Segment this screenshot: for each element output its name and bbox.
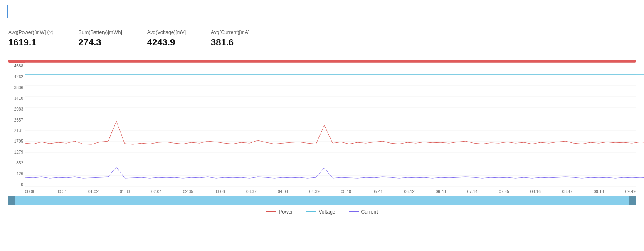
x-axis: 00:0000:3101:0201:3302:0402:3503:0603:37…	[8, 188, 636, 196]
y-tick: 2557	[8, 118, 25, 122]
chart-container: 4688426238363410298325572131170512798524…	[8, 60, 636, 216]
chart-svg	[25, 63, 636, 188]
x-tick: 05:10	[341, 189, 351, 194]
stat-value: 4243.9	[147, 37, 186, 48]
x-tick: 07:14	[467, 189, 478, 194]
y-tick: 4262	[8, 75, 25, 79]
chart-plot-area	[25, 63, 636, 188]
x-tick: 06:43	[436, 189, 446, 194]
page: Avg(Power)[mW]?1619.1Sum(Battery)[mWh]27…	[0, 0, 644, 251]
scrollbar-left-handle[interactable]	[8, 196, 15, 205]
y-tick: 1279	[8, 150, 25, 154]
stat-label: Sum(Battery)[mWh]	[78, 30, 122, 35]
y-tick: 3836	[8, 85, 25, 90]
stat-item: Avg(Current)[mA]381.6	[211, 30, 249, 48]
stat-label: Avg(Power)[mW]?	[8, 30, 53, 35]
power-line	[25, 121, 644, 144]
legend: PowerVoltageCurrent	[8, 206, 636, 216]
x-tick: 05:41	[373, 189, 383, 194]
current-line	[25, 167, 644, 178]
legend-color-line	[306, 211, 316, 212]
scrollbar-track	[15, 196, 629, 205]
x-tick: 04:39	[309, 189, 320, 194]
legend-label: Current	[361, 209, 378, 215]
legend-item: Current	[349, 209, 378, 215]
y-tick: 2131	[8, 128, 25, 133]
stat-item: Avg(Power)[mW]?1619.1	[8, 30, 53, 48]
x-tick: 01:02	[88, 189, 99, 194]
info-icon[interactable]: ?	[47, 30, 53, 35]
x-tick: 08:16	[530, 189, 541, 194]
chart-section: 4688426238363410298325572131170512798524…	[0, 52, 644, 218]
y-tick: 0	[8, 182, 25, 187]
stat-value: 274.3	[78, 37, 122, 48]
x-tick: 09:18	[594, 189, 604, 194]
stat-value: 1619.1	[8, 37, 53, 48]
x-tick: 00:00	[25, 189, 35, 194]
legend-item: Power	[266, 209, 293, 215]
x-tick: 04:08	[278, 189, 288, 194]
x-tick: 07:45	[499, 189, 509, 194]
y-tick: 1705	[8, 139, 25, 144]
scrollbar[interactable]	[8, 196, 636, 205]
x-tick: 02:35	[183, 189, 193, 194]
y-tick: 852	[8, 161, 25, 165]
y-tick: 426	[8, 171, 25, 176]
x-tick: 08:47	[562, 189, 572, 194]
stat-item: Avg(Voltage)[mV]4243.9	[147, 30, 186, 48]
stat-label: Avg(Current)[mA]	[211, 30, 249, 35]
legend-label: Voltage	[318, 209, 335, 215]
x-tick: 01:33	[120, 189, 130, 194]
x-tick: 03:37	[246, 189, 257, 194]
x-tick: 02:04	[151, 189, 162, 194]
y-tick: 3410	[8, 96, 25, 101]
x-tick: 09:49	[625, 189, 636, 194]
legend-label: Power	[279, 209, 293, 215]
stat-value: 381.6	[211, 37, 249, 48]
header	[0, 0, 644, 22]
scrollbar-right-handle[interactable]	[629, 196, 636, 205]
y-axis: 4688426238363410298325572131170512798524…	[8, 63, 25, 188]
legend-item: Voltage	[306, 209, 335, 215]
header-accent-bar	[7, 5, 8, 18]
x-tick: 06:12	[404, 189, 415, 194]
y-tick: 2983	[8, 107, 25, 112]
stat-item: Sum(Battery)[mWh]274.3	[78, 30, 122, 48]
stats-row: Avg(Power)[mW]?1619.1Sum(Battery)[mWh]27…	[0, 22, 644, 52]
y-tick: 4688	[8, 64, 25, 68]
stat-label: Avg(Voltage)[mV]	[147, 30, 186, 35]
legend-color-line	[266, 211, 276, 212]
x-tick: 03:06	[215, 189, 225, 194]
label-bar	[8, 60, 636, 63]
legend-color-line	[349, 211, 359, 212]
x-tick: 00:31	[57, 189, 67, 194]
